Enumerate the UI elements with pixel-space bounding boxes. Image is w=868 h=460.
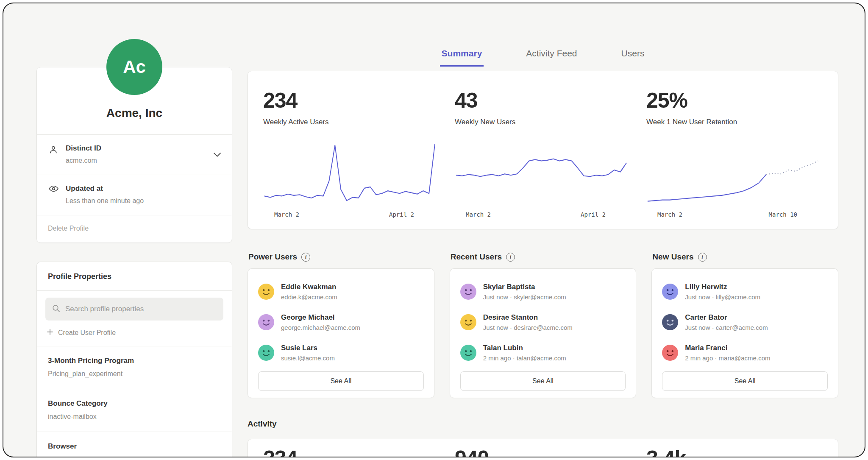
x-axis-start-label: March 2 bbox=[657, 211, 682, 218]
activity-stat: 234 bbox=[263, 446, 455, 457]
stat-retention: 25% Week 1 New User Retention March 2 Ma… bbox=[646, 88, 823, 218]
user-name: Susie Lars bbox=[281, 344, 335, 352]
property-label: Browser bbox=[48, 442, 221, 451]
property-row[interactable]: Browser Chrome bbox=[37, 432, 232, 457]
activity-stat-value: 940 bbox=[455, 446, 628, 457]
new-users-card: Lilly Herwitz Just now · lilly@acme.com … bbox=[651, 268, 838, 398]
recent-users-card: Skylar Baptista Just now · skyler@acme.c… bbox=[450, 268, 637, 398]
create-user-profile-label: Create User Profile bbox=[58, 329, 116, 337]
user-row[interactable]: Susie Lars susie.l@acme.com bbox=[258, 341, 424, 365]
tab-summary[interactable]: Summary bbox=[440, 46, 484, 67]
property-value: Chrome bbox=[48, 456, 221, 457]
user-name: Lilly Herwitz bbox=[685, 283, 760, 291]
user-subtitle: 2 min ago · maria@acme.com bbox=[685, 354, 770, 362]
activity-section-title: Activity bbox=[248, 419, 838, 429]
user-row[interactable]: Lilly Herwitz Just now · lilly@acme.com bbox=[662, 280, 828, 304]
list-title: Power Users bbox=[248, 252, 297, 262]
property-value: Pricing_plan_experiment bbox=[48, 370, 221, 378]
stat-value: 43 bbox=[455, 88, 628, 113]
tab-bar: Summary Activity Feed Users bbox=[248, 46, 838, 67]
plus-icon bbox=[47, 329, 53, 337]
search-input[interactable] bbox=[65, 305, 217, 313]
list-title: New Users bbox=[652, 252, 693, 262]
x-axis-start-label: March 2 bbox=[466, 211, 491, 218]
user-lists: Power Users i Eddie Kwakman eddie.k@acme… bbox=[248, 252, 838, 398]
field-label: Distinct ID bbox=[66, 144, 101, 153]
search-icon bbox=[52, 304, 60, 314]
user-row[interactable]: Desirae Stanton Just now · desirare@acme… bbox=[460, 310, 626, 334]
avatar bbox=[460, 284, 476, 300]
weekly-active-users-chart bbox=[263, 137, 436, 205]
power-users-card: Eddie Kwakman eddie.k@acme.com George Mi… bbox=[248, 268, 434, 398]
user-row[interactable]: Carter Bator Just now · carter@acme.com bbox=[662, 310, 828, 334]
avatar bbox=[662, 314, 678, 330]
app-window: Ac Acme, Inc Distinct ID acme.com bbox=[3, 3, 865, 457]
see-all-button[interactable]: See All bbox=[258, 371, 424, 391]
activity-stat-value: 3.4k bbox=[646, 446, 819, 457]
stat-label: Weekly New Users bbox=[455, 118, 628, 126]
create-user-profile-button[interactable]: Create User Profile bbox=[37, 321, 232, 346]
user-row[interactable]: Eddie Kwakman eddie.k@acme.com bbox=[258, 280, 424, 304]
user-subtitle: Just now · carter@acme.com bbox=[685, 324, 768, 331]
property-value: inactive-mailbox bbox=[48, 413, 221, 421]
chevron-down-icon[interactable] bbox=[214, 151, 221, 159]
stat-value: 25% bbox=[646, 88, 819, 113]
see-all-button[interactable]: See All bbox=[460, 371, 626, 391]
user-row[interactable]: Skylar Baptista Just now · skyler@acme.c… bbox=[460, 280, 626, 304]
activity-stat: 3.4k bbox=[646, 446, 823, 457]
user-subtitle: Just now · desirare@acme.com bbox=[483, 324, 573, 331]
user-name: Skylar Baptista bbox=[483, 283, 566, 291]
user-subtitle: Just now · lilly@acme.com bbox=[685, 293, 760, 301]
distinct-id-row[interactable]: Distinct ID acme.com bbox=[37, 135, 232, 175]
activity-stat: 940 bbox=[455, 446, 646, 457]
power-users-column: Power Users i Eddie Kwakman eddie.k@acme… bbox=[248, 252, 434, 398]
avatar bbox=[662, 345, 678, 361]
x-axis-start-label: March 2 bbox=[274, 211, 299, 218]
delete-profile-button[interactable]: Delete Profile bbox=[37, 215, 232, 243]
avatar bbox=[662, 284, 678, 300]
user-row[interactable]: George Michael george.michael@acme.com bbox=[258, 310, 424, 334]
recent-users-column: Recent Users i Skylar Baptista Just now … bbox=[450, 252, 637, 398]
user-name: Talan Lubin bbox=[483, 344, 566, 352]
field-value: acme.com bbox=[66, 157, 101, 164]
user-name: George Michael bbox=[281, 313, 360, 322]
info-icon[interactable]: i bbox=[506, 253, 515, 262]
user-subtitle: Just now · skyler@acme.com bbox=[483, 293, 566, 301]
info-icon[interactable]: i bbox=[301, 253, 310, 262]
user-subtitle: susie.l@acme.com bbox=[281, 354, 335, 362]
person-icon bbox=[48, 144, 59, 164]
avatar bbox=[460, 345, 476, 361]
updated-at-row: Updated at Less than one minute ago bbox=[37, 175, 232, 215]
user-row[interactable]: Talan Lubin 2 min ago · talan@acme.com bbox=[460, 341, 626, 365]
activity-stats-card: 234 940 3.4k bbox=[248, 439, 838, 457]
field-value: Less than one minute ago bbox=[66, 197, 144, 205]
new-users-column: New Users i Lilly Herwitz Just now · lil… bbox=[651, 252, 838, 398]
tab-users[interactable]: Users bbox=[620, 46, 646, 67]
property-search[interactable] bbox=[45, 298, 223, 321]
property-label: 3-Month Pricing Program bbox=[48, 357, 221, 365]
tab-activity-feed[interactable]: Activity Feed bbox=[524, 46, 579, 67]
retention-chart bbox=[646, 137, 819, 205]
stat-label: Weekly Active Users bbox=[263, 118, 436, 126]
user-name: Carter Bator bbox=[685, 313, 768, 322]
user-subtitle: george.michael@acme.com bbox=[281, 324, 360, 331]
activity-stat-value: 234 bbox=[263, 446, 436, 457]
stat-value: 234 bbox=[263, 88, 436, 113]
avatar bbox=[460, 314, 476, 330]
property-row[interactable]: Bounce Category inactive-mailbox bbox=[37, 389, 232, 432]
user-name: Maria Franci bbox=[685, 344, 770, 352]
property-row[interactable]: 3-Month Pricing Program Pricing_plan_exp… bbox=[37, 346, 232, 389]
stat-weekly-active-users: 234 Weekly Active Users March 2 April 2 bbox=[263, 88, 455, 218]
user-name: Desirae Stanton bbox=[483, 313, 573, 322]
avatar bbox=[258, 314, 274, 330]
weekly-new-users-chart bbox=[455, 137, 628, 205]
field-label: Updated at bbox=[66, 184, 144, 193]
user-subtitle: eddie.k@acme.com bbox=[281, 293, 337, 301]
info-icon[interactable]: i bbox=[698, 253, 707, 262]
avatar bbox=[258, 345, 274, 361]
user-row[interactable]: Maria Franci 2 min ago · maria@acme.com bbox=[662, 341, 828, 365]
x-axis-end-label: April 2 bbox=[389, 211, 414, 218]
profile-properties-title: Profile Properties bbox=[37, 262, 232, 290]
stat-label: Week 1 New User Retention bbox=[646, 118, 819, 126]
see-all-button[interactable]: See All bbox=[662, 371, 828, 391]
